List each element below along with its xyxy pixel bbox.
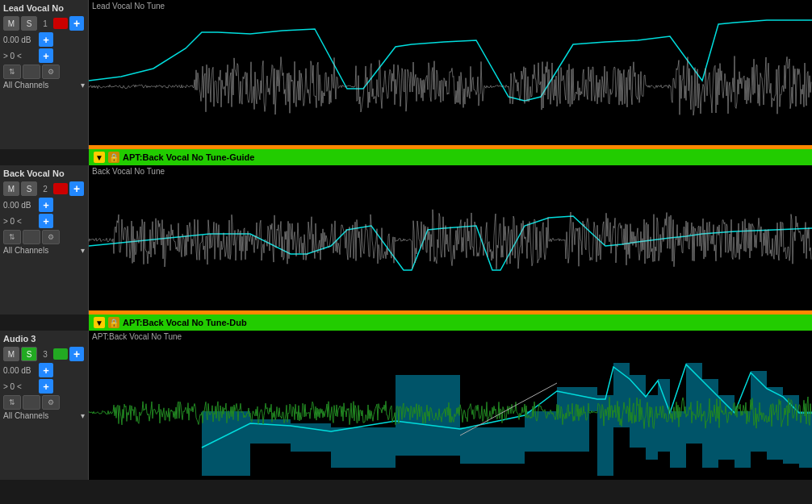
- track-2-sends-button[interactable]: [23, 230, 40, 244]
- track-3-waveform: APT:Back Vocal No Tune: [89, 331, 812, 480]
- track-3-controls-bottom: ⇅ ⚙: [3, 395, 85, 410]
- track-3-volume-plus[interactable]: +: [39, 363, 53, 377]
- track-2-volume-row: 0.00 dB +: [3, 198, 85, 212]
- track-1-pan-row: > 0 < +: [3, 48, 85, 63]
- track-2-pan-plus[interactable]: +: [39, 214, 53, 228]
- track-2-name: Back Vocal No: [3, 169, 85, 178]
- track-1-settings-button[interactable]: ⚙: [42, 65, 60, 79]
- track-3-vu-meter: [53, 348, 68, 360]
- track-1-controls-bottom: ⇅ ⚙: [3, 65, 85, 79]
- track-3-volume-row: 0.00 dB +: [3, 363, 85, 377]
- track-1-solo-button[interactable]: S: [21, 16, 37, 31]
- track-2-routing-button[interactable]: ⇅: [3, 230, 21, 244]
- track-1-channels-label: All Channels: [3, 81, 79, 90]
- track-2-buttons: M S 2 +: [3, 181, 85, 196]
- track-2-volume-label: 0.00 dB: [3, 201, 37, 210]
- track-3-settings-button[interactable]: ⚙: [42, 395, 60, 410]
- track-1-routing-button[interactable]: ⇅: [3, 65, 21, 79]
- track-3-pan-plus[interactable]: +: [39, 379, 53, 394]
- track-1-label-bar-left: ▼ 🔒 APT:Back Vocal No Tune-Guide: [94, 152, 254, 163]
- track-2-channels-row: All Channels ▾: [3, 246, 85, 255]
- track-1-controls: Lead Vocal No M S 1 + 0.00 dB + > 0 < +: [0, 0, 89, 149]
- track-3-buttons: M S 3 +: [3, 347, 85, 361]
- track-2-channels-arrow: ▾: [81, 246, 85, 255]
- track-1-canvas: [89, 0, 812, 149]
- track-2-channels-label: All Channels: [3, 246, 79, 255]
- track-1-volume-label: 0.00 dB: [3, 35, 37, 44]
- track-2-volume-plus[interactable]: +: [39, 198, 53, 212]
- track-1-waveform-title: Lead Vocal No Tune: [92, 2, 165, 10]
- track-2-controls-bottom: ⇅ ⚙: [3, 230, 85, 244]
- track-3-channels-row: All Channels ▾: [3, 411, 85, 420]
- track-3-canvas: [89, 331, 812, 480]
- track-3-name: Audio 3: [3, 334, 85, 344]
- track-2-main: Back Vocal No M S 2 + 0.00 dB + > 0 < +: [0, 165, 812, 314]
- track-2-controls: Back Vocal No M S 2 + 0.00 dB + > 0 < +: [0, 165, 89, 314]
- track-3-routing-button[interactable]: ⇅: [3, 395, 21, 410]
- track-3-controls: Audio 3 M S 3 + 0.00 dB + > 0 < + ⇅: [0, 331, 89, 480]
- track-2-waveform: Back Vocal No Tune: [89, 165, 812, 314]
- track-1-name: Lead Vocal No: [3, 3, 85, 13]
- track-1-plus-button[interactable]: +: [69, 16, 84, 31]
- track-2-label-bar-left: ▼ 🔒 APT:Back Vocal No Tune-Dub: [94, 317, 247, 328]
- track-2-solo-button[interactable]: S: [21, 181, 37, 196]
- track-1-sends-button[interactable]: [23, 65, 40, 79]
- track-2: Back Vocal No M S 2 + 0.00 dB + > 0 < +: [0, 165, 812, 331]
- track-3-main: Audio 3 M S 3 + 0.00 dB + > 0 < + ⇅: [0, 331, 812, 480]
- track-1-buttons: M S 1 +: [3, 16, 85, 31]
- track-2-pan-label: > 0 <: [3, 217, 37, 226]
- track-1-vu-meter: [53, 18, 68, 29]
- track-1-label-lock-icon: 🔒: [108, 152, 119, 163]
- track-2-pan-row: > 0 < +: [3, 214, 85, 228]
- track-3-waveform-title: APT:Back Vocal No Tune: [92, 332, 182, 341]
- track-1-channels-row: All Channels ▾: [3, 81, 85, 90]
- track-1-label-bar[interactable]: ▼ 🔒 APT:Back Vocal No Tune-Guide: [89, 149, 812, 165]
- track-1: Lead Vocal No M S 1 + 0.00 dB + > 0 < +: [0, 0, 812, 165]
- track-2-vu-meter: [53, 183, 68, 194]
- track-3-number: 3: [39, 350, 52, 359]
- track-3-channels-label: All Channels: [3, 411, 79, 420]
- track-1-label-text: APT:Back Vocal No Tune-Guide: [123, 152, 254, 162]
- track-3-solo-button[interactable]: S: [21, 347, 37, 361]
- track-1-label-arrow-icon: ▼: [94, 152, 105, 163]
- track-2-mute-button[interactable]: M: [3, 181, 19, 196]
- track-2-label-arrow-icon: ▼: [94, 317, 105, 328]
- track-1-volume-plus[interactable]: +: [39, 32, 53, 47]
- track-2-label-text: APT:Back Vocal No Tune-Dub: [123, 318, 247, 327]
- track-1-mute-button[interactable]: M: [3, 16, 19, 31]
- track-3-sends-button[interactable]: [23, 395, 40, 410]
- track-3-mute-button[interactable]: M: [3, 347, 19, 361]
- track-2-label-lock-icon: 🔒: [108, 317, 119, 328]
- track-1-pan-label: > 0 <: [3, 52, 37, 60]
- track-3-pan-row: > 0 < +: [3, 379, 85, 394]
- track-2-number: 2: [39, 185, 52, 194]
- track-2-canvas: [89, 165, 812, 314]
- track-3-volume-label: 0.00 dB: [3, 366, 37, 375]
- track-2-settings-button[interactable]: ⚙: [42, 230, 60, 244]
- track-3-plus-button[interactable]: +: [69, 347, 84, 361]
- track-3: Audio 3 M S 3 + 0.00 dB + > 0 < + ⇅: [0, 331, 812, 480]
- track-3-channels-arrow: ▾: [81, 411, 85, 420]
- track-1-main: Lead Vocal No M S 1 + 0.00 dB + > 0 < +: [0, 0, 812, 149]
- track-3-pan-label: > 0 <: [3, 382, 37, 391]
- track-1-volume-row: 0.00 dB +: [3, 32, 85, 47]
- track-2-label-bar[interactable]: ▼ 🔒 APT:Back Vocal No Tune-Dub: [89, 314, 812, 331]
- track-container: Lead Vocal No M S 1 + 0.00 dB + > 0 < +: [0, 0, 812, 480]
- track-1-waveform: Lead Vocal No Tune: [89, 0, 812, 149]
- track-1-pan-plus[interactable]: +: [39, 48, 53, 63]
- track-1-number: 1: [39, 19, 52, 28]
- track-1-channels-arrow: ▾: [81, 81, 85, 90]
- track-2-waveform-title: Back Vocal No Tune: [92, 167, 165, 176]
- track-2-plus-button[interactable]: +: [69, 181, 84, 196]
